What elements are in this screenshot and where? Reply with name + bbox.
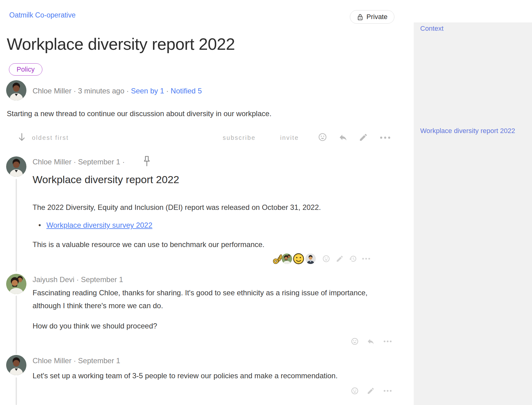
- breadcrumb[interactable]: Oatmilk Co-operative: [9, 11, 76, 19]
- message-author[interactable]: Chloe Miller: [33, 158, 72, 166]
- message-author[interactable]: Chloe Miller: [33, 356, 72, 365]
- message-title: Workplace diversity report 2022: [33, 174, 179, 186]
- avatar-chloe-miller[interactable]: [6, 355, 26, 375]
- sort-down-arrow-icon[interactable]: [17, 132, 26, 142]
- avatar-jaiyush-devi-image: [6, 274, 26, 294]
- seen-by-link[interactable]: Seen by 1: [131, 87, 164, 95]
- avatar-chloe-miller-image: [6, 156, 26, 177]
- message-paragraph: This is a valuable resource we can use t…: [33, 238, 264, 251]
- emoji-icon[interactable]: [351, 387, 359, 395]
- avatar-reader[interactable]: [305, 254, 316, 264]
- avatar-reader-image: [305, 254, 316, 264]
- reply-icon[interactable]: [338, 133, 348, 142]
- avatar-chloe-miller-image: [6, 80, 26, 100]
- message-paragraph: The 2022 Diversity, Equity and Inclusion…: [33, 201, 321, 214]
- privacy-badge: Private: [350, 10, 394, 24]
- tag-policy[interactable]: Policy: [9, 63, 42, 76]
- more-ellipsis-icon[interactable]: [362, 258, 370, 260]
- page-title: Workplace diversity report 2022: [7, 34, 235, 53]
- slightly-smiling-emoji[interactable]: [293, 253, 304, 265]
- dot-separator: ·: [166, 87, 171, 95]
- avatar-jaiyush-devi[interactable]: [282, 254, 292, 264]
- dot-separator: ·: [73, 158, 78, 166]
- message-header: Chloe Miller · September 1: [33, 356, 120, 365]
- avatar-chloe-miller-image: [6, 355, 26, 375]
- dot-separator: ·: [73, 356, 78, 365]
- bullet-glyph: •: [38, 221, 41, 229]
- sidebar-link-thread[interactable]: Workplace diversity report 2022: [420, 127, 515, 135]
- thread-meta: Chloe Miller · 3 minutes ago · Seen by 1…: [33, 87, 202, 95]
- more-ellipsis-icon[interactable]: [383, 340, 392, 343]
- privacy-badge-label: Private: [366, 13, 387, 21]
- edit-pencil-icon[interactable]: [336, 255, 344, 263]
- thread-time: 3 minutes ago: [78, 87, 124, 95]
- message-paragraph: Fascinating reading Chloe, thanks for sh…: [33, 286, 386, 312]
- invite-button[interactable]: invite: [280, 134, 299, 141]
- avatar-chloe-miller[interactable]: [6, 156, 26, 177]
- more-ellipsis-icon[interactable]: [380, 136, 391, 139]
- lock-icon: [357, 13, 363, 21]
- thread-line: [16, 296, 17, 354]
- dot-separator: ·: [76, 275, 81, 284]
- more-ellipsis-icon[interactable]: [383, 390, 392, 392]
- message-date: September 1: [81, 275, 123, 284]
- message-paragraph: How do you think we should proceed?: [33, 320, 157, 332]
- sidebar-heading-context[interactable]: Context: [420, 25, 444, 33]
- notified-link[interactable]: Notified 5: [171, 87, 202, 95]
- reply-icon[interactable]: [367, 337, 375, 345]
- avatar-chloe-miller[interactable]: [6, 80, 26, 100]
- message-header: Chloe Miller · September 1 ·: [33, 158, 125, 166]
- edit-pencil-icon[interactable]: [367, 387, 375, 395]
- message-date: September 1: [78, 158, 120, 166]
- message-author[interactable]: Jaiyush Devi: [33, 275, 74, 284]
- sort-order-button[interactable]: oldest first: [32, 134, 69, 141]
- emoji-icon[interactable]: [318, 132, 327, 142]
- bullet-item: •: [38, 219, 41, 232]
- message-date: September 1: [78, 356, 120, 365]
- emoji-icon[interactable]: [322, 255, 330, 263]
- message-paragraph: Let's set up a working team of 3-5 peopl…: [33, 369, 338, 382]
- dot-separator: ·: [126, 87, 131, 95]
- thread-line: [16, 179, 17, 272]
- dot-separator: ·: [73, 87, 78, 95]
- edit-pencil-icon[interactable]: [359, 133, 368, 142]
- subscribe-button[interactable]: subscribe: [223, 134, 256, 141]
- history-icon[interactable]: [349, 255, 357, 263]
- thread-line: [16, 377, 17, 405]
- survey-link[interactable]: Workplace diversity survey 2022: [46, 219, 152, 232]
- thread-intro-text: Starting a new thread to continue our di…: [7, 109, 272, 118]
- emoji-icon[interactable]: [351, 337, 359, 345]
- dot-separator: ·: [122, 158, 125, 166]
- pin-icon[interactable]: [142, 155, 152, 167]
- context-sidebar: Context Workplace diversity report 2022: [414, 22, 532, 405]
- ok-hand-emoji[interactable]: [272, 254, 282, 264]
- thread-author[interactable]: Chloe Miller: [33, 87, 72, 95]
- avatar-jaiyush-devi-image: [282, 254, 292, 264]
- message-header: Jaiyush Devi · September 1: [33, 275, 123, 284]
- avatar-jaiyush-devi[interactable]: [6, 274, 26, 294]
- thread-page: Oatmilk Co-operative Private Workplace d…: [0, 0, 532, 405]
